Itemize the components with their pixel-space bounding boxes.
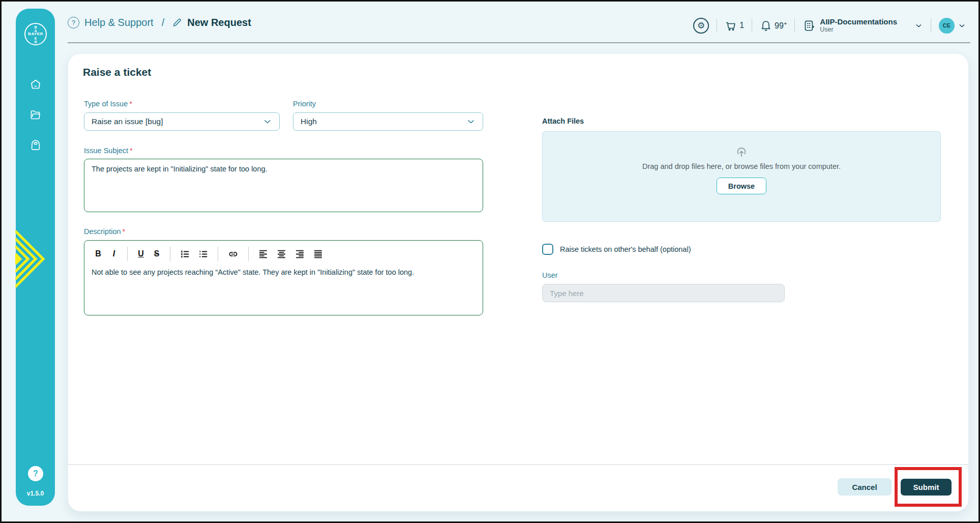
priority-select[interactable]: High [293, 112, 483, 131]
priority-label: Priority [293, 100, 316, 108]
cart-count: 1 [739, 21, 744, 30]
align-left-icon [258, 249, 268, 259]
description-label: Description* [84, 227, 125, 236]
sidebar-help-button[interactable]: ? [28, 466, 43, 481]
align-justify-button[interactable] [313, 249, 323, 259]
link-button[interactable] [228, 249, 239, 259]
link-icon [228, 249, 239, 259]
behalf-checkbox[interactable] [542, 244, 553, 255]
chevron-down-icon [466, 117, 476, 127]
issue-subject-label: Issue Subject* [84, 147, 133, 155]
home-icon [29, 78, 42, 91]
logo-letter: B [25, 25, 46, 29]
divider [931, 19, 931, 32]
align-right-icon [295, 249, 305, 259]
app-window: B A BAYER E R [0, 0, 980, 523]
question-icon: ? [33, 469, 38, 478]
toolbar-divider [127, 247, 128, 261]
org-text: AIIP-Documentations User [820, 18, 897, 33]
sidebar-item-orders[interactable] [29, 139, 42, 152]
description-editor[interactable]: B I U S [84, 240, 483, 315]
pencil-icon [172, 18, 182, 27]
cart-icon [725, 19, 737, 32]
breadcrumb-section[interactable]: Help & Support [84, 17, 154, 28]
user-input[interactable] [542, 284, 785, 302]
ordered-list-button[interactable] [180, 249, 190, 259]
bullet-list-button[interactable] [198, 249, 208, 259]
align-left-button[interactable] [258, 249, 268, 259]
behalf-label: Raise tickets on other's behalf (optiona… [560, 245, 691, 253]
divider [717, 19, 717, 32]
sidebar: B A BAYER E R [16, 9, 55, 506]
user-menu[interactable]: CE [939, 18, 966, 34]
header-divider [68, 42, 970, 43]
align-justify-icon [313, 249, 323, 259]
upload-icon [734, 145, 749, 158]
sidebar-nav [16, 78, 55, 152]
ordered-list-icon [180, 249, 190, 259]
breadcrumb: ? Help & Support / New Request [68, 17, 251, 28]
divider [752, 19, 752, 32]
required-mark: * [123, 227, 126, 236]
description-value[interactable]: Not able to see any projects reaching “A… [84, 261, 483, 276]
divider [794, 19, 795, 32]
sidebar-item-projects[interactable] [29, 108, 42, 122]
strikethrough-button[interactable]: S [153, 249, 160, 258]
issue-subject-textarea[interactable]: The projects are kept in "Initializing" … [84, 159, 483, 212]
type-of-issue-label: Type of Issue* [84, 100, 132, 108]
align-center-button[interactable] [277, 249, 286, 259]
toolbar-divider [218, 247, 218, 261]
notifications-button[interactable]: 99+ [760, 19, 787, 32]
bayer-logo: B A BAYER E R [24, 23, 47, 45]
logo-letter: E [25, 37, 46, 40]
folder-icon [29, 109, 42, 121]
topbar-actions: ⚙ 1 99+ [693, 15, 966, 36]
user-label: User [542, 271, 558, 279]
attach-files-label: Attach Files [542, 117, 584, 125]
raise-ticket-card: Raise a ticket Type of Issue* Priority R… [68, 54, 968, 511]
brand-chevrons-decoration [15, 229, 46, 288]
browse-button[interactable]: Browse [717, 178, 766, 194]
settings-button[interactable]: ⚙ [693, 18, 709, 34]
dropzone-hint: Drag and drop files here, or browse file… [642, 162, 841, 170]
align-center-icon [277, 249, 286, 259]
app-version: v1.5.0 [16, 490, 55, 497]
org-switcher[interactable]: AIIP-Documentations User [803, 18, 923, 33]
org-name: AIIP-Documentations [820, 18, 897, 26]
logo-letter: R [25, 40, 46, 44]
type-of-issue-value: Raise an issue [bug] [92, 117, 163, 126]
file-dropzone[interactable]: Drag and drop files here, or browse file… [542, 131, 941, 222]
chevron-down-icon [914, 21, 923, 30]
sidebar-item-home[interactable] [29, 78, 42, 91]
type-of-issue-select[interactable]: Raise an issue [bug] [84, 112, 280, 131]
issue-subject-value: The projects are kept in "Initializing" … [92, 165, 268, 173]
toolbar-divider [248, 247, 249, 261]
bold-button[interactable]: B [95, 249, 102, 258]
organization-icon [803, 19, 816, 32]
italic-button[interactable]: I [110, 249, 117, 258]
chevron-down-icon [958, 21, 966, 30]
logo-word: BAYER [25, 32, 46, 36]
underline-button[interactable]: U [137, 249, 144, 258]
behalf-row: Raise tickets on other's behalf (optiona… [542, 244, 691, 255]
page-title: Raise a ticket [83, 66, 151, 78]
required-mark: * [129, 100, 132, 108]
breadcrumb-separator: / [162, 17, 165, 28]
cancel-button[interactable]: Cancel [838, 478, 892, 496]
gear-icon: ⚙ [693, 18, 709, 34]
bullet-list-icon [198, 249, 208, 259]
footer-divider [68, 464, 968, 465]
breadcrumb-current: New Request [187, 17, 251, 28]
cart-button[interactable]: 1 [725, 19, 744, 32]
toolbar-divider [170, 247, 170, 261]
org-role: User [820, 26, 897, 33]
help-circle-icon[interactable]: ? [68, 17, 79, 28]
notifications-count: 99+ [775, 20, 787, 31]
align-right-button[interactable] [295, 249, 305, 259]
bell-icon [760, 19, 772, 32]
editor-toolbar: B I U S [84, 241, 483, 261]
required-mark: * [130, 147, 133, 155]
submit-button[interactable]: Submit [901, 479, 952, 496]
bag-icon [29, 139, 42, 152]
priority-value: High [301, 117, 317, 126]
